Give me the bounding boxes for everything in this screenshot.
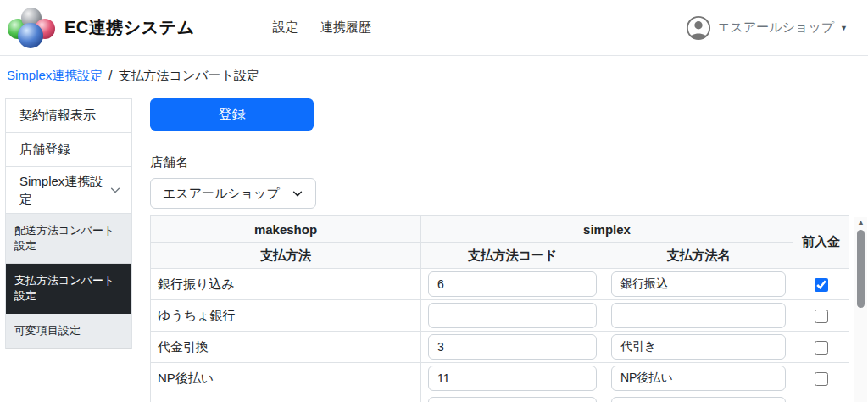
payment-name-input[interactable]: [611, 334, 786, 360]
col-header-method: 支払方法: [151, 243, 421, 269]
payment-name-input[interactable]: [611, 366, 786, 391]
table-scrollbar[interactable]: ▲: [854, 217, 867, 402]
col-group-simplex: simplex: [421, 216, 793, 243]
nav-item-settings[interactable]: 設定: [273, 20, 298, 36]
payment-name-input[interactable]: [611, 303, 786, 328]
sidebar-subitem-payment-convert[interactable]: 支払方法コンバート設定: [6, 264, 131, 314]
payment-code-input[interactable]: [428, 271, 597, 297]
payment-method-label: 銀行振り込み: [151, 269, 421, 300]
prepaid-checkbox[interactable]: [815, 278, 828, 292]
payment-method-label: NP後払い: [151, 363, 421, 394]
table-row: ゆうちょ銀行: [151, 300, 849, 332]
table-row: 銀行振り込み: [151, 269, 849, 300]
prepaid-checkbox[interactable]: [815, 372, 828, 386]
breadcrumb-separator: /: [108, 68, 112, 82]
nav-item-history[interactable]: 連携履歴: [320, 20, 371, 36]
sidebar-item-contract-info[interactable]: 契約情報表示: [6, 99, 131, 133]
main-panel: 登録 店舗名 エスアールショップ makeshop simplex 前入金: [150, 98, 868, 402]
caret-down-icon: ▼: [840, 24, 848, 32]
breadcrumb: Simplex連携設定/支払方法コンバート設定: [0, 56, 868, 98]
col-header-code: 支払方法コード: [421, 243, 604, 269]
store-select-value: エスアールショップ: [163, 186, 280, 202]
col-group-makeshop: makeshop: [151, 216, 421, 243]
sidebar-item-store-register[interactable]: 店舗登録: [6, 133, 131, 167]
user-name: エスアールショップ: [717, 20, 834, 36]
breadcrumb-current: 支払方法コンバート設定: [119, 68, 259, 82]
scrollbar-up-arrow-icon[interactable]: ▲: [854, 217, 867, 227]
app-title: EC連携システム: [64, 16, 195, 39]
table-row: NP後払い: [151, 363, 849, 394]
store-select[interactable]: エスアールショップ: [150, 178, 316, 209]
top-nav: 設定 連携履歴: [273, 20, 371, 36]
table-row: 代金引換: [151, 332, 849, 363]
prepaid-checkbox[interactable]: [815, 341, 828, 355]
payment-name-input[interactable]: [611, 271, 786, 297]
sidebar-subitem-variable-items[interactable]: 可変項目設定: [6, 314, 131, 349]
store-name-label: 店舗名: [150, 154, 868, 170]
col-header-name: 支払方法名: [604, 243, 793, 269]
chevron-down-icon: [109, 184, 121, 196]
user-menu[interactable]: エスアールショップ ▼: [686, 15, 848, 41]
chevron-down-icon: [292, 187, 303, 199]
sidebar-item-simplex-settings[interactable]: Simplex連携設定: [6, 167, 131, 214]
content-area: 契約情報表示 店舗登録 Simplex連携設定 配送方法コンバート設定 支払方法…: [0, 98, 868, 402]
payment-name-input[interactable]: [611, 397, 786, 402]
prepaid-checkbox[interactable]: [815, 310, 828, 323]
table-sub-header-row: 支払方法 支払方法コード 支払方法名: [151, 243, 849, 269]
sidebar: 契約情報表示 店舗登録 Simplex連携設定 配送方法コンバート設定 支払方法…: [5, 98, 132, 349]
app-logo-icon: [7, 5, 56, 51]
payment-code-input[interactable]: [428, 397, 597, 402]
sidebar-item-label: Simplex連携設定: [19, 172, 109, 208]
payment-convert-table-wrap: makeshop simplex 前入金 支払方法 支払方法コード 支払方法名 …: [150, 215, 867, 402]
breadcrumb-link-simplex[interactable]: Simplex連携設定: [7, 68, 103, 82]
register-button[interactable]: 登録: [150, 98, 314, 131]
scrollbar-thumb[interactable]: [857, 230, 865, 308]
payment-code-input[interactable]: [428, 334, 597, 360]
col-header-prepaid: 前入金: [793, 216, 849, 269]
table-group-header-row: makeshop simplex 前入金: [151, 216, 849, 243]
payment-convert-table: makeshop simplex 前入金 支払方法 支払方法コード 支払方法名 …: [150, 215, 849, 402]
logo-sphere-blue-icon: [18, 23, 43, 48]
user-avatar-icon: [686, 15, 711, 41]
payment-code-input[interactable]: [428, 303, 597, 328]
payment-code-input[interactable]: [428, 366, 597, 391]
sidebar-subitem-shipping-convert[interactable]: 配送方法コンバート設定: [6, 214, 131, 264]
payment-method-label: 代金引換: [151, 332, 421, 363]
table-row: 後払い.COM: [151, 394, 849, 402]
app-header: EC連携システム 設定 連携履歴 エスアールショップ ▼: [0, 0, 868, 56]
payment-method-label: 後払い.COM: [151, 394, 421, 402]
payment-method-label: ゆうちょ銀行: [151, 300, 421, 332]
